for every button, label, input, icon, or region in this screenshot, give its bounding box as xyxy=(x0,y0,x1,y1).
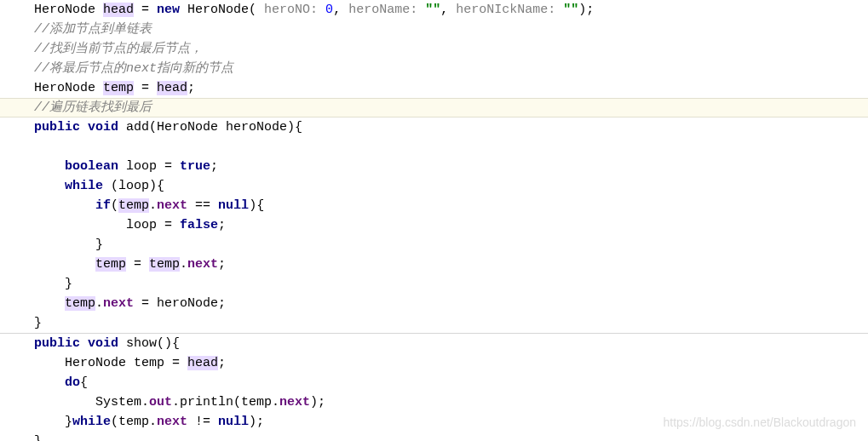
var-head-use: head xyxy=(157,81,187,95)
watermark: https://blog.csdn.net/Blackoutdragon xyxy=(664,413,856,432)
code-line-4[interactable]: //将最后节点的next指向新的节点 xyxy=(0,59,868,78)
code-line-12[interactable]: loop = false; xyxy=(0,215,868,235)
code-line-13[interactable]: } xyxy=(0,235,868,255)
code-line-9[interactable]: boolean loop = true; xyxy=(0,157,868,176)
code-line-5[interactable]: HeroNode temp = head; xyxy=(0,78,868,98)
code-line-7[interactable]: public void add(HeroNode heroNode){ xyxy=(0,117,868,137)
code-line-20[interactable]: do{ xyxy=(0,373,868,392)
code-line-3[interactable]: //找到当前节点的最后节点， xyxy=(0,39,868,59)
code-line-16[interactable]: temp.next = heroNode; xyxy=(0,294,868,313)
code-line-18[interactable]: public void show(){ xyxy=(0,334,868,353)
code-line-10[interactable]: while (loop){ xyxy=(0,176,868,196)
code-line-2[interactable]: //添加节点到单链表 xyxy=(0,20,868,39)
code-line-21[interactable]: System.out.println(temp.next); xyxy=(0,392,868,412)
code-line-11[interactable]: if(temp.next == null){ xyxy=(0,196,868,215)
code-line-15[interactable]: } xyxy=(0,274,868,294)
code-line-1[interactable]: HeroNode head = new HeroNode( heroNO: 0,… xyxy=(0,0,868,20)
code-line-17[interactable]: } xyxy=(0,313,868,333)
code-line-6-highlight[interactable]: //遍历链表找到最后 xyxy=(0,98,868,117)
code-line-8[interactable] xyxy=(0,137,868,157)
code-line-19[interactable]: HeroNode temp = head; xyxy=(0,353,868,373)
code-line-14[interactable]: temp = temp.next; xyxy=(0,255,868,274)
code-line-23[interactable]: } xyxy=(0,432,868,441)
var-temp: temp xyxy=(103,81,134,95)
var-head: head xyxy=(103,3,134,17)
